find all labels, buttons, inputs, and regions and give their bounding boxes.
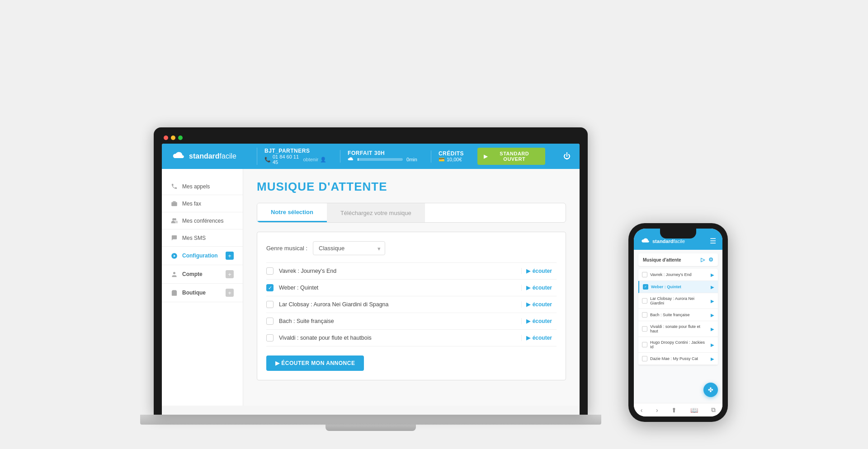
track-3: Bach : Suite française ▶ écouter <box>266 313 557 330</box>
listen-btn-3[interactable]: ▶ écouter <box>521 318 557 324</box>
dot-yellow <box>171 136 175 140</box>
phone-settings-icon[interactable]: ⚙ <box>708 257 713 263</box>
phone-play-6[interactable]: ▶ <box>711 356 714 361</box>
phone-track-name-1: Weber : Quintet <box>651 285 708 289</box>
sidebar-item-conferences[interactable]: Mes conférences <box>162 212 243 229</box>
phone-bookmark-icon[interactable]: 📖 <box>690 407 698 414</box>
phone-checkbox-1[interactable] <box>643 284 648 290</box>
checkbox-track-1[interactable] <box>266 284 274 291</box>
sidebar-item-boutique[interactable]: Boutique + <box>162 284 243 302</box>
genre-row: Genre musical : Classique Jazz Pop <box>266 241 557 255</box>
phone-track-name-5: Hugo Droopy Contini : Jackies Id <box>650 340 708 349</box>
track-name-4: Vivaldi : sonate pour flute et hautbois <box>279 335 516 341</box>
sidebar-item-compte[interactable]: Compte + <box>162 265 243 284</box>
tab-upload[interactable]: Téléchargez votre musique <box>327 203 425 222</box>
phone-play-2[interactable]: ▶ <box>711 299 714 304</box>
phone-play-3[interactable]: ▶ <box>711 313 714 318</box>
header-account-section: BJT_PARTNERS 📞 01 84 60 11 45 obtenir 👤 <box>257 148 326 165</box>
app-header: standardfacile BJT_PARTNERS 📞 01 84 60 1… <box>162 144 580 169</box>
ecouter-mon-annonce-button[interactable]: ▶ ÉCOUTER MON ANNONCE <box>266 355 364 371</box>
phone: standardfacile ☰ Musique d'attente ▷ ⚙ <box>628 223 728 422</box>
phone-track-4: Vivaldi : sonate pour flute et haut ▶ <box>638 321 718 337</box>
page-title: MUSIQUE D'ATTENTE <box>257 180 566 194</box>
forfait-label: FORFAIT 30H <box>348 150 385 156</box>
listen-btn-1[interactable]: ▶ écouter <box>521 285 557 291</box>
checkbox-track-4[interactable] <box>266 334 274 341</box>
phone-checkbox-3[interactable] <box>642 312 647 318</box>
phone-section-header: Musique d'attente ▷ ⚙ <box>638 253 718 266</box>
credits-amount: 💳 10,00€ <box>439 157 462 163</box>
checkbox-track-3[interactable] <box>266 318 274 325</box>
phone-menu-icon[interactable]: ☰ <box>710 237 716 245</box>
sidebar-label-appels: Mes appels <box>182 183 210 190</box>
phone-play-4[interactable]: ▶ <box>711 327 714 332</box>
phone-checkbox-5[interactable] <box>642 342 647 347</box>
phone-play-1[interactable]: ▶ <box>711 285 714 290</box>
tab-notre-selection[interactable]: Notre sélection <box>257 203 327 222</box>
svg-point-3 <box>173 271 175 274</box>
appels-icon <box>171 183 178 190</box>
phone-share-icon[interactable]: ⬆ <box>671 407 677 414</box>
phone-checkbox-0[interactable] <box>642 272 647 277</box>
track-2: Lar Clobsay : Aurora Nei Giardini di Spa… <box>266 296 557 313</box>
genre-select[interactable]: Classique Jazz Pop <box>313 241 385 255</box>
phone-icon: 📞 <box>264 157 271 163</box>
music-panel: Genre musical : Classique Jazz Pop <box>257 232 566 380</box>
sidebar-item-appels[interactable]: Mes appels <box>162 178 243 195</box>
listen-btn-4[interactable]: ▶ écouter <box>521 335 557 341</box>
power-icon[interactable]: ⏻ <box>563 152 571 160</box>
checkbox-track-2[interactable] <box>266 301 274 308</box>
boutique-plus-icon[interactable]: + <box>226 289 234 297</box>
compte-plus-icon[interactable]: + <box>226 270 234 278</box>
phone-fab[interactable]: ✤ <box>703 383 718 397</box>
laptop-screen-outer: standardfacile BJT_PARTNERS 📞 01 84 60 1… <box>154 127 588 415</box>
config-icon <box>171 253 178 259</box>
play-icon-0: ▶ <box>526 268 530 274</box>
tabs-container: Notre sélection Téléchargez votre musiqu… <box>257 203 566 223</box>
checkbox-track-0[interactable] <box>266 267 274 275</box>
sidebar-label-boutique: Boutique <box>182 290 206 296</box>
sidebar-label-compte: Compte <box>182 271 203 277</box>
phone-track-5: Hugo Droopy Contini : Jackies Id ▶ <box>638 337 718 353</box>
phone-track-1: Weber : Quintet ▶ <box>638 281 718 293</box>
track-name-2: Lar Clobsay : Aurora Nei Giardini di Spa… <box>279 301 516 308</box>
phone-checkbox-6[interactable] <box>642 356 647 361</box>
phone-track-6: Dazie Mae : My Pussy Cat ▶ <box>638 353 718 365</box>
listen-btn-2[interactable]: ▶ écouter <box>521 301 557 308</box>
laptop-stand <box>326 425 416 431</box>
listen-btn-0[interactable]: ▶ écouter <box>521 268 557 274</box>
wallet-icon: 💳 <box>439 157 445 163</box>
phone-forward-btn[interactable]: › <box>656 407 658 414</box>
phone-music-list: Vavrek : Journey's End ▶ Weber : Quintet… <box>638 269 718 365</box>
genre-select-wrapper: Classique Jazz Pop <box>313 241 385 255</box>
user-icon: 👤 <box>320 157 326 163</box>
sidebar-item-configuration[interactable]: Configuration + <box>162 247 243 265</box>
boutique-icon <box>171 290 178 296</box>
header-forfait-section: FORFAIT 30H 0min <box>340 150 417 163</box>
phone-back-btn[interactable]: ‹ <box>641 407 643 414</box>
logo-bold: standard <box>189 152 220 160</box>
configuration-left: Configuration <box>171 253 218 259</box>
phone-play-icon[interactable]: ▷ <box>701 257 705 263</box>
logo-text: standardfacile <box>189 152 236 160</box>
phone-play-5[interactable]: ▶ <box>711 342 714 347</box>
phone-checkbox-4[interactable] <box>642 326 647 332</box>
phone-play-0[interactable]: ▶ <box>711 272 714 277</box>
sidebar-label-sms: Mes SMS <box>182 235 206 241</box>
phone-bottom-bar: ‹ › ⬆ 📖 ⧉ <box>634 403 722 416</box>
phone-section-title: Musique d'attente <box>643 257 681 262</box>
phone-track-name-2: Lar Clobsay : Aurora Nei Giardini <box>650 296 708 305</box>
dot-green <box>178 136 183 140</box>
standard-open-button[interactable]: ▶ STANDARD OUVERT <box>477 148 545 165</box>
logo-light: facile <box>220 152 236 160</box>
logo-area: standardfacile <box>171 149 243 164</box>
boutique-left: Boutique <box>171 290 206 296</box>
phone-notch <box>660 229 696 239</box>
phone-checkbox-2[interactable] <box>642 298 647 304</box>
config-plus-icon[interactable]: + <box>226 252 234 260</box>
phone-tabs-icon[interactable]: ⧉ <box>711 406 716 414</box>
track-1: Weber : Quintet ▶ écouter <box>266 280 557 296</box>
sidebar-item-sms[interactable]: Mes SMS <box>162 229 243 247</box>
sidebar-item-fax[interactable]: Mes fax <box>162 195 243 212</box>
dot-red <box>164 136 168 140</box>
